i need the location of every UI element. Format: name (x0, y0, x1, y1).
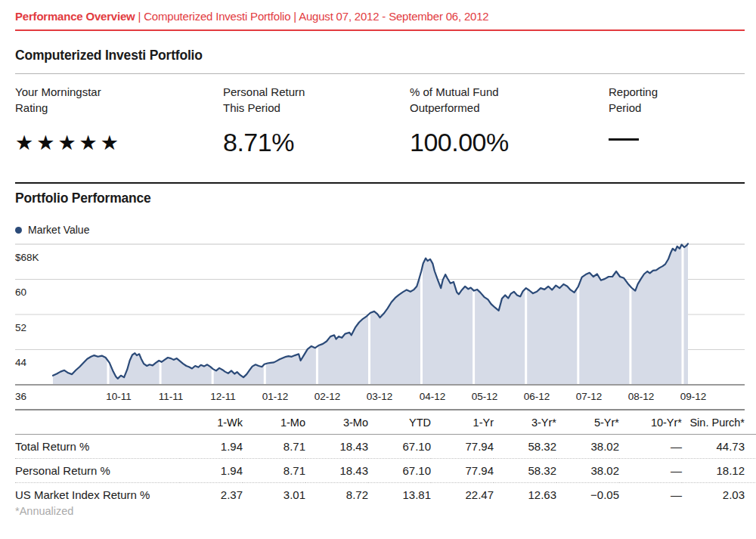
cell-value: 18.43 (305, 459, 368, 483)
y-tick-label: 60 (15, 287, 26, 298)
cell-value: 38.02 (556, 435, 619, 459)
stat-value: 8.71% (223, 125, 410, 159)
cell-value: 12.63 (494, 483, 556, 507)
x-tick-label: 04-12 (420, 391, 446, 402)
stat-label-line1: Your Morningstar (15, 84, 223, 100)
stat-label-line1: Reporting (609, 84, 745, 100)
x-tick-label: 01-12 (262, 391, 289, 402)
performance-section-title: Portfolio Performance (15, 182, 745, 206)
x-tick-label: 06-12 (524, 391, 550, 402)
chart-legend: Market Value (15, 224, 89, 236)
stat-value: 100.00% (410, 125, 609, 159)
cell-value: — (619, 483, 682, 507)
x-tick-label: 08-12 (628, 391, 655, 402)
table-row-total-return: Total Return % 1.94 8.71 18.43 67.10 77.… (15, 435, 756, 459)
cell-value: 1.94 (180, 435, 243, 459)
y-tick-label: $68K (15, 252, 39, 263)
portfolio-section-title: Computerized Investi Portfolio (15, 48, 745, 74)
column-header: 5-Yr* (556, 410, 619, 435)
table-header-row: 1-Wk 1-Mo 3-Mo YTD 1-Yr 3-Yr* 5-Yr* 10-Y… (15, 410, 756, 435)
x-tick-label: 02-12 (314, 391, 341, 402)
cell-value: 18.12 (682, 459, 756, 483)
stat-label-line2: This Period (223, 100, 410, 116)
x-tick-label: 09-12 (680, 391, 707, 402)
cell-value: — (619, 459, 682, 483)
market-value-area-chart: $68K 60 52 44 36 10-11 11-11 12-11 01-12… (0, 238, 756, 408)
table-row-personal-return: Personal Return % 1.94 8.71 18.43 67.10 … (15, 459, 756, 483)
cell-value: 67.10 (368, 459, 431, 483)
stat-morningstar-rating: Your Morningstar Rating ★★★★★ (15, 84, 223, 159)
cell-value: — (619, 435, 682, 459)
column-header: Sin. Purch* (682, 410, 756, 435)
x-tick-label: 03-12 (367, 391, 393, 402)
row-label: Total Return % (15, 435, 180, 459)
stat-personal-return: Personal Return This Period 8.71% (223, 84, 410, 159)
cell-value: 67.10 (368, 435, 431, 459)
cell-value: 58.32 (494, 459, 556, 483)
market-value-dot-icon (15, 227, 22, 234)
legend-label: Market Value (28, 224, 89, 236)
column-header: 1-Wk (180, 410, 243, 435)
stat-label-line1: % of Mutual Fund (410, 84, 609, 100)
cell-value: 58.32 (494, 435, 556, 459)
report-header: Performance Overview | Computerized Inve… (15, 10, 745, 31)
star-rating-icon: ★★★★★ (15, 128, 223, 158)
y-tick-label: 44 (15, 357, 27, 368)
x-tick-label: 05-12 (472, 391, 498, 402)
trailing-returns-table: 1-Wk 1-Mo 3-Mo YTD 1-Yr 3-Yr* 5-Yr* 10-Y… (15, 409, 745, 506)
stat-label-line2: Outperformed (410, 100, 609, 116)
stat-label-line2: Rating (15, 100, 223, 116)
cell-value: 13.81 (368, 483, 431, 507)
cell-value: 8.71 (243, 459, 305, 483)
x-tick-label: 07-12 (576, 391, 603, 402)
x-tick-label: 12-11 (210, 391, 236, 402)
cell-value: 8.71 (243, 435, 305, 459)
cell-value: 3.01 (243, 483, 305, 507)
cell-value: 77.94 (431, 459, 494, 483)
report-portfolio-name: Computerized Investi Portfolio (144, 10, 290, 23)
report-date-range: August 07, 2012 - September 06, 2012 (299, 10, 488, 23)
table-corner-cell (15, 410, 180, 435)
x-tick-label: 11-11 (159, 391, 184, 402)
column-header: 1-Yr (431, 410, 494, 435)
cell-value: 22.47 (431, 483, 494, 507)
cell-value: 2.03 (682, 483, 756, 507)
report-view-label: Performance Overview (15, 10, 135, 23)
header-separator-2: | (290, 10, 299, 23)
cell-value: 2.37 (180, 483, 243, 507)
cell-value: 18.43 (305, 435, 368, 459)
column-header: 10-Yr* (619, 410, 682, 435)
column-header: YTD (368, 410, 431, 435)
x-tick-label: 10-11 (106, 391, 132, 402)
cell-value: 8.72 (305, 483, 368, 507)
row-label: US Market Index Return % (15, 483, 180, 507)
column-header: 1-Mo (243, 410, 305, 435)
stat-label-line2: Period (609, 100, 745, 116)
cell-value: 77.94 (431, 435, 494, 459)
annualized-footnote: *Annualized (15, 505, 73, 517)
stat-label-line1: Personal Return (223, 84, 410, 100)
column-header: 3-Mo (305, 410, 368, 435)
header-separator-1: | (135, 10, 144, 23)
y-tick-label: 52 (15, 322, 26, 333)
cell-value: −0.05 (556, 483, 619, 507)
cell-value: 38.02 (556, 459, 619, 483)
stat-mutual-fund-outperformed: % of Mutual Fund Outperformed 100.00% (410, 84, 609, 159)
row-label: Personal Return % (15, 459, 180, 483)
summary-stats-row: Your Morningstar Rating ★★★★★ Personal R… (15, 84, 745, 159)
cell-value: 44.73 (682, 435, 756, 459)
empty-value-dash (609, 138, 639, 141)
y-tick-label: 36 (15, 391, 26, 402)
cell-value: 1.94 (180, 459, 243, 483)
column-header: 3-Yr* (494, 410, 556, 435)
table-row-us-market-index: US Market Index Return % 2.37 3.01 8.72 … (15, 483, 756, 507)
stat-reporting-period: Reporting Period (609, 84, 745, 159)
